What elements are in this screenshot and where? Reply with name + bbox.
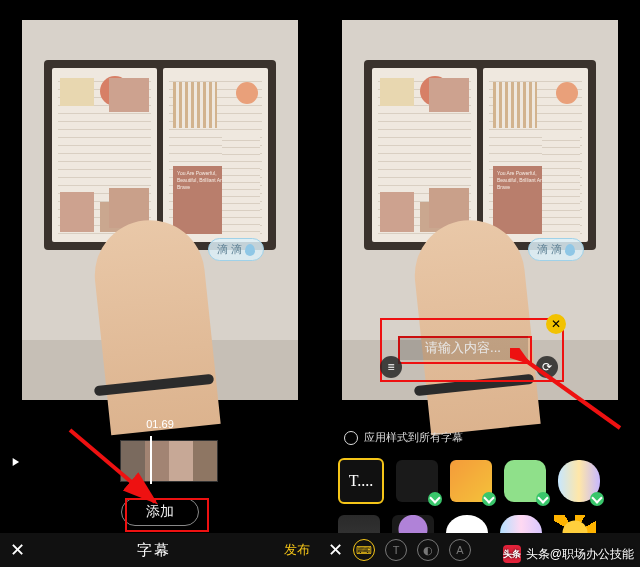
- style-bubble-orange[interactable]: [450, 460, 492, 502]
- tab-style-icon[interactable]: A: [449, 539, 471, 561]
- video-preview[interactable]: You Are Powerful, Beautiful, Brilliant A…: [22, 20, 298, 400]
- close-button[interactable]: ✕: [0, 539, 34, 561]
- bottom-bar: ✕ 字幕 发布: [0, 533, 320, 567]
- style-plain-text[interactable]: T....: [338, 458, 384, 504]
- tab-font-icon[interactable]: T: [385, 539, 407, 561]
- apply-style-all-label: 应用样式到所有字幕: [364, 430, 463, 445]
- download-icon: [428, 492, 442, 506]
- style-rainbow-pill[interactable]: [558, 460, 600, 502]
- sticker-text: 滴 滴: [537, 242, 562, 257]
- play-button[interactable]: [8, 455, 22, 472]
- publish-button[interactable]: 发布: [274, 541, 320, 559]
- timeline-thumbnails[interactable]: [120, 440, 218, 482]
- sticker-text: 滴 滴: [217, 242, 242, 257]
- download-icon: [536, 492, 550, 506]
- timecode: 01.69: [0, 418, 320, 430]
- download-icon: [482, 492, 496, 506]
- style-row-1: T....: [338, 450, 640, 512]
- water-drop-icon: [565, 244, 575, 256]
- caption-input[interactable]: 请输入内容...: [398, 336, 528, 360]
- caption-menu-handle[interactable]: ≡: [380, 356, 402, 378]
- water-drop-icon: [245, 244, 255, 256]
- caption-close-button[interactable]: ✕: [546, 314, 566, 334]
- style-neon[interactable]: [396, 460, 438, 502]
- timeline-cursor[interactable]: [150, 436, 152, 484]
- download-icon: [590, 492, 604, 506]
- toutiao-logo-icon: 头条: [503, 545, 521, 563]
- tab-palette-icon[interactable]: ◐: [417, 539, 439, 561]
- caption-rotate-handle[interactable]: ⟳: [536, 356, 558, 378]
- bottom-title: 字幕: [34, 541, 274, 560]
- sticker-didi: 滴 滴: [208, 238, 264, 261]
- sticker-didi: 滴 滴: [528, 238, 584, 261]
- apply-style-all[interactable]: 应用样式到所有字幕: [344, 430, 463, 445]
- watermark-text: 头条@职场办公技能: [526, 546, 634, 563]
- screenshot-left: You Are Powerful, Beautiful, Brilliant A…: [0, 0, 320, 567]
- watermark: 头条 头条@职场办公技能: [503, 545, 634, 563]
- radio-icon: [344, 431, 358, 445]
- tab-keyboard-icon[interactable]: ⌨: [353, 539, 375, 561]
- screenshot-right: You Are Powerful, Beautiful, Brilliant A…: [320, 0, 640, 567]
- add-subtitle-button[interactable]: 添加: [121, 498, 199, 526]
- style-bubble-green[interactable]: [504, 460, 546, 502]
- close-button[interactable]: ✕: [328, 539, 343, 561]
